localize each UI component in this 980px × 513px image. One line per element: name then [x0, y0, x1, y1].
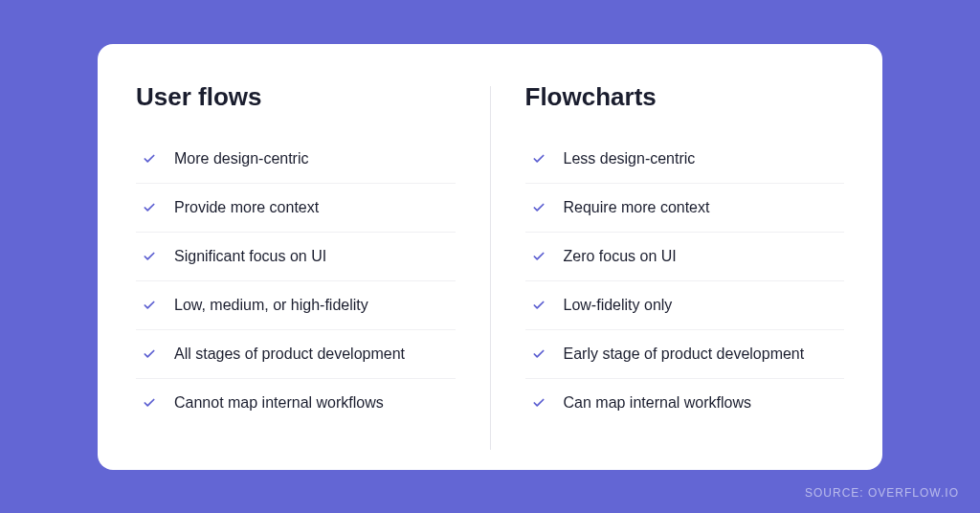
- list-item: Provide more context: [136, 184, 456, 233]
- list-item-label: Significant focus on UI: [174, 248, 326, 265]
- user-flows-list: More design-centric Provide more context…: [136, 135, 456, 427]
- list-item-label: More design-centric: [174, 150, 309, 167]
- comparison-card: User flows More design-centric Provide m…: [98, 44, 882, 470]
- check-icon: [142, 249, 157, 264]
- column-user-flows: User flows More design-centric Provide m…: [136, 82, 490, 441]
- check-icon: [531, 151, 546, 167]
- list-item-label: Low-fidelity only: [564, 297, 673, 314]
- list-item: Require more context: [525, 184, 845, 233]
- check-icon: [142, 151, 157, 167]
- list-item-label: Provide more context: [174, 199, 319, 216]
- list-item-label: Less design-centric: [564, 150, 696, 167]
- flowcharts-title: Flowcharts: [525, 82, 845, 112]
- list-item: Less design-centric: [525, 135, 845, 184]
- list-item-label: Can map internal workflows: [564, 394, 752, 412]
- check-icon: [142, 395, 157, 411]
- column-flowcharts: Flowcharts Less design-centric Require m…: [491, 82, 845, 441]
- list-item: Low, medium, or high-fidelity: [136, 281, 456, 330]
- list-item: All stages of product development: [136, 330, 456, 379]
- list-item-label: All stages of product development: [174, 346, 405, 363]
- list-item-label: Low, medium, or high-fidelity: [174, 297, 368, 314]
- list-item: Can map internal workflows: [525, 379, 845, 427]
- list-item-label: Zero focus on UI: [564, 248, 677, 265]
- check-icon: [531, 395, 546, 411]
- check-icon: [531, 346, 546, 362]
- user-flows-title: User flows: [136, 82, 456, 112]
- list-item-label: Early stage of product development: [564, 346, 805, 363]
- list-item: Cannot map internal workflows: [136, 379, 456, 427]
- flowcharts-list: Less design-centric Require more context…: [525, 135, 845, 427]
- list-item: Early stage of product development: [525, 330, 845, 379]
- check-icon: [142, 346, 157, 362]
- list-item: Low-fidelity only: [525, 281, 845, 330]
- list-item: More design-centric: [136, 135, 456, 184]
- list-item-label: Require more context: [564, 199, 710, 216]
- check-icon: [142, 200, 157, 215]
- check-icon: [531, 249, 546, 264]
- list-item-label: Cannot map internal workflows: [174, 394, 384, 412]
- source-attribution: SOURCE: OVERFLOW.IO: [805, 486, 959, 500]
- list-item: Zero focus on UI: [525, 233, 845, 281]
- list-item: Significant focus on UI: [136, 233, 456, 281]
- check-icon: [142, 298, 157, 313]
- check-icon: [531, 200, 546, 215]
- check-icon: [531, 298, 546, 313]
